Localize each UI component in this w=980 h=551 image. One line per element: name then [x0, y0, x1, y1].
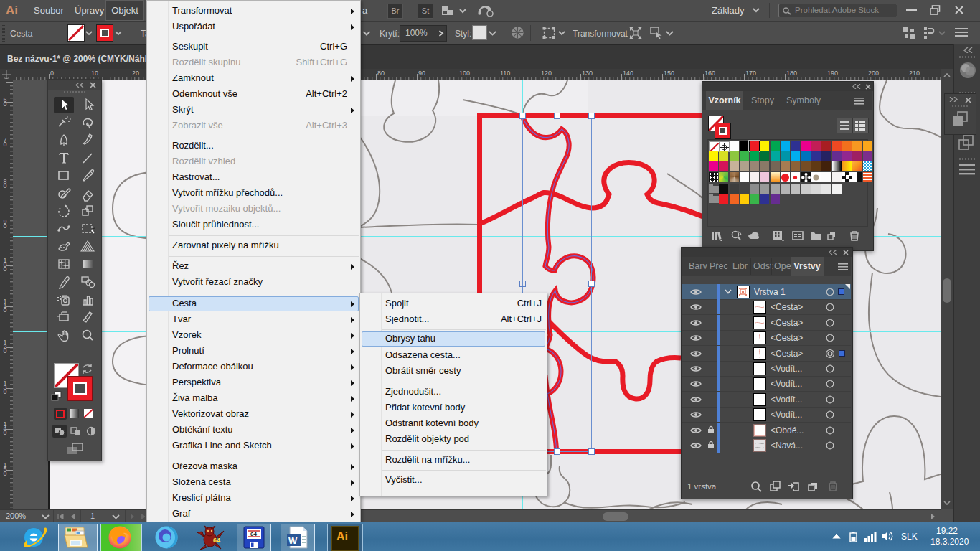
svg-text:64: 64 [250, 531, 257, 537]
svg-text:W: W [288, 535, 298, 546]
svg-text:64: 64 [213, 537, 220, 544]
